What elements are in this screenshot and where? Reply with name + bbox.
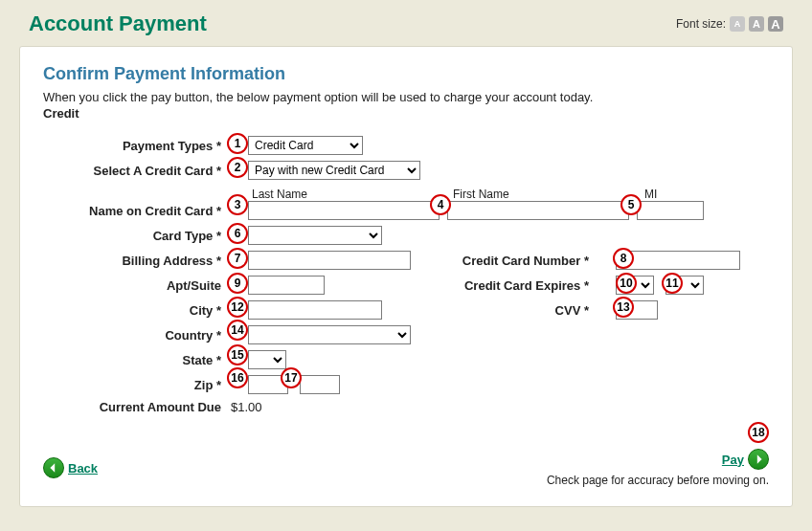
- callout-badge-10: 10: [616, 273, 637, 294]
- apt-suite-label: Apt/Suite: [53, 278, 225, 293]
- section-title: Confirm Payment Information: [43, 64, 769, 84]
- last-name-input[interactable]: [248, 201, 440, 220]
- callout-badge-14: 14: [227, 320, 248, 341]
- cvv-label: CVV: [440, 303, 593, 318]
- mi-input[interactable]: [637, 201, 704, 220]
- credit-card-number-input[interactable]: [616, 251, 740, 270]
- city-label: City: [53, 303, 225, 318]
- section-instruction: When you click the pay button, the below…: [43, 90, 769, 104]
- callout-badge-12: 12: [227, 297, 248, 318]
- name-on-card-label: Name on Credit Card: [53, 204, 225, 218]
- callout-badge-4: 4: [430, 194, 451, 215]
- payment-types-select[interactable]: Credit Card: [248, 136, 363, 155]
- pay-button[interactable]: Pay: [722, 449, 769, 470]
- apt-suite-input[interactable]: [248, 276, 325, 295]
- payment-panel: Confirm Payment Information When you cli…: [19, 46, 793, 507]
- state-select[interactable]: [248, 350, 286, 369]
- callout-badge-6: 6: [227, 223, 248, 244]
- city-input[interactable]: [248, 300, 382, 320]
- select-credit-card-select[interactable]: Pay with new Credit Card: [248, 161, 420, 180]
- font-size-label: Font size:: [676, 17, 726, 31]
- arrow-right-icon: [748, 449, 769, 470]
- credit-card-number-label: Credit Card Number: [440, 254, 593, 268]
- font-size-large-button[interactable]: A: [768, 16, 783, 32]
- font-size-control: Font size: A A A: [676, 16, 783, 32]
- callout-badge-17: 17: [281, 367, 302, 388]
- billing-address-input[interactable]: [248, 251, 411, 270]
- callout-badge-8: 8: [613, 248, 634, 269]
- back-link-label: Back: [68, 461, 98, 476]
- callout-badge-13: 13: [613, 297, 634, 318]
- card-type-select[interactable]: [248, 226, 382, 245]
- card-type-label: Card Type: [53, 229, 225, 243]
- first-name-header: First Name: [453, 188, 644, 201]
- country-select[interactable]: [248, 325, 411, 344]
- font-size-medium-button[interactable]: A: [749, 16, 764, 32]
- callout-badge-16: 16: [227, 367, 248, 388]
- current-amount-due-label: Current Amount Due: [53, 400, 225, 414]
- callout-badge-7: 7: [227, 248, 248, 269]
- first-name-input[interactable]: [447, 201, 629, 220]
- callout-badge-11: 11: [662, 273, 683, 294]
- last-name-header: Last Name: [252, 188, 453, 201]
- zip-label: Zip: [53, 378, 225, 392]
- callout-badge-2: 2: [227, 157, 248, 178]
- zip-input-2[interactable]: [300, 375, 340, 394]
- callout-badge-1: 1: [227, 133, 248, 154]
- payment-types-label: Payment Types: [53, 139, 225, 153]
- callout-badge-9: 9: [227, 273, 248, 294]
- callout-badge-18: 18: [748, 422, 769, 443]
- credit-card-expires-label: Credit Card Expires: [440, 278, 593, 293]
- back-button[interactable]: Back: [43, 457, 98, 478]
- current-amount-due-value: $1.00: [231, 400, 262, 414]
- callout-badge-15: 15: [227, 344, 248, 365]
- pay-link-label: Pay: [722, 453, 744, 467]
- country-label: Country: [53, 328, 225, 343]
- mi-header: MI: [644, 188, 721, 201]
- font-size-small-button[interactable]: A: [730, 16, 745, 32]
- section-subheading: Credit: [43, 106, 79, 121]
- payment-form: 1 2 3 4 5 6 7 8 9 10 11 12 13 14 15 16 1…: [53, 136, 769, 420]
- footer-note: Check page for accuracy before moving on…: [547, 474, 769, 487]
- billing-address-label: Billing Address: [53, 254, 225, 268]
- state-label: State: [53, 353, 225, 367]
- arrow-left-icon: [43, 457, 64, 478]
- callout-badge-5: 5: [620, 194, 642, 215]
- select-credit-card-label: Select A Credit Card: [53, 164, 225, 178]
- callout-badge-3: 3: [227, 194, 248, 215]
- page-title: Account Payment: [29, 11, 207, 36]
